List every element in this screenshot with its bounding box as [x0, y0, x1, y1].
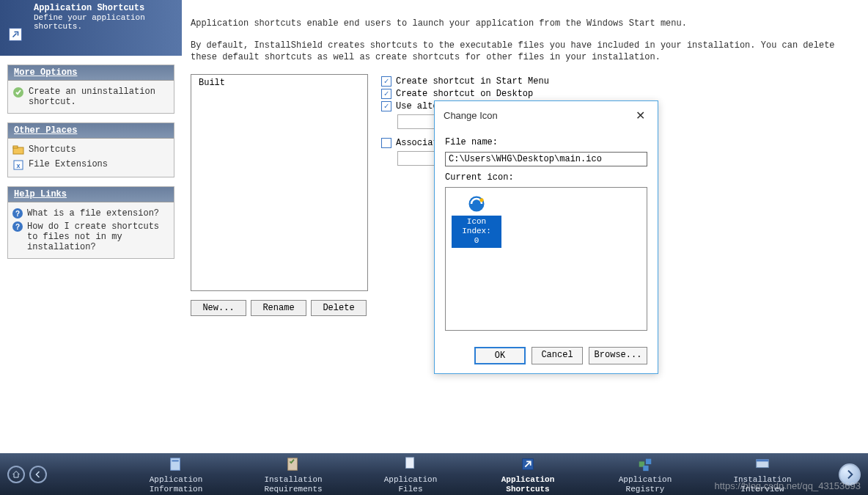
panel-header: Help Links [8, 187, 174, 202]
nav-label: Shortcuts [506, 485, 549, 494]
nav-label: Application [150, 475, 203, 484]
panel-item-label: How do I create shortcuts to files not i… [27, 221, 169, 252]
intro-text-2: By default, InstallShield creates shortc… [191, 40, 853, 63]
nav-app-registry[interactable]: Application Registry [586, 454, 704, 494]
svg-rect-13 [646, 459, 651, 464]
sidebar-title: Application Shortcuts [34, 3, 176, 13]
sidebar-subtitle: Define your application shortcuts. [34, 13, 176, 31]
icon-item-selected[interactable]: Icon Index: 0 [452, 194, 501, 248]
change-icon-dialog: Change Icon ✕ File name: Current icon: I… [434, 100, 658, 374]
delete-button[interactable]: Delete [311, 300, 367, 316]
svg-rect-10 [406, 458, 414, 469]
nav-app-information[interactable]: Application Information [117, 454, 235, 494]
panel-other-places: Other Places Shortcuts x File Extensions [7, 122, 174, 177]
panel-item-label: What is a file extension? [27, 208, 169, 219]
ok-button[interactable]: OK [474, 347, 526, 364]
start-menu-checkbox[interactable]: ✓ [381, 76, 391, 87]
nav-app-shortcuts[interactable]: Application Shortcuts [469, 454, 586, 494]
desktop-checkbox[interactable]: ✓ [381, 89, 391, 99]
alt-icon-checkbox[interactable]: ✓ [381, 101, 391, 111]
nav-label: Requirements [264, 485, 322, 494]
svg-rect-8 [172, 461, 179, 462]
nav-app-files[interactable]: Application Files [352, 454, 469, 494]
associate-checkbox[interactable] [381, 138, 391, 148]
browse-button[interactable]: Browse... [589, 347, 647, 364]
help-icon: ? [12, 208, 23, 219]
shortcut-arrow-icon [9, 28, 22, 41]
panel-item-label: File Extensions [29, 159, 169, 169]
close-icon[interactable]: ✕ [631, 109, 649, 122]
folder-icon [12, 144, 24, 156]
create-uninstall-shortcut-link[interactable]: Create an uninstallation shortcut. [12, 85, 169, 109]
nav-label: Installation [264, 475, 322, 484]
nav-label: Application [384, 475, 438, 484]
watermark: https://blog.csdn.net/qq_43153693 [715, 480, 861, 491]
panel-help-links: Help Links ? What is a file extension? ?… [7, 186, 174, 259]
shortcuts-listbox[interactable]: Built [191, 74, 368, 291]
uninstall-icon [12, 87, 24, 98]
svg-rect-7 [171, 458, 180, 471]
list-item[interactable]: Built [199, 78, 360, 88]
file-name-input[interactable] [445, 152, 647, 166]
shortcuts-link[interactable]: Shortcuts [12, 143, 169, 158]
nav-install-requirements[interactable]: Installation Requirements [235, 454, 352, 494]
requirements-icon [283, 455, 304, 473]
svg-point-6 [479, 198, 483, 202]
interview-icon [752, 455, 773, 473]
icon-index-label: Icon Index: [462, 217, 491, 235]
current-icon-label: Current icon: [445, 172, 647, 183]
home-button[interactable] [7, 466, 25, 483]
left-sidebar: Application Shortcuts Define your applic… [0, 0, 182, 453]
nav-label: Files [398, 485, 422, 494]
panel-header: More Options [8, 65, 174, 81]
panel-item-label: Create an uninstallation shortcut. [29, 87, 169, 107]
shortcuts-icon [518, 455, 538, 473]
checkbox-label: Create shortcut on Desktop [396, 89, 533, 99]
intro-text-1: Application shortcuts enable end users t… [191, 18, 853, 29]
svg-text:x: x [16, 162, 20, 169]
nav-label: Information [150, 485, 203, 494]
svg-rect-9 [288, 458, 298, 471]
panel-header: Other Places [8, 123, 174, 139]
icon-list[interactable]: Icon Index: 0 [445, 187, 647, 331]
file-name-label: File name: [445, 137, 647, 147]
panel-more-options: More Options Create an uninstallation sh… [7, 65, 174, 114]
icon-index-value: 0 [474, 236, 479, 245]
new-button[interactable]: New... [191, 300, 246, 316]
file-extension-icon: x [12, 159, 24, 171]
svg-rect-14 [643, 466, 648, 471]
sidebar-header: Application Shortcuts Define your applic… [0, 0, 182, 56]
ie-swirl-icon [466, 194, 487, 214]
app-info-icon [166, 455, 186, 473]
help-icon: ? [12, 221, 23, 232]
dialog-title: Change Icon [444, 110, 498, 121]
nav-label: Registry [626, 485, 665, 494]
rename-button[interactable]: Rename [251, 300, 306, 316]
registry-icon [635, 455, 655, 473]
checkbox-label: Create shortcut in Start Menu [396, 76, 549, 87]
svg-rect-2 [13, 146, 18, 148]
nav-label: Application [619, 475, 672, 484]
help-create-shortcut-link[interactable]: ? How do I create shortcuts to files not… [12, 220, 169, 254]
help-file-extension-link[interactable]: ? What is a file extension? [12, 207, 169, 220]
svg-rect-16 [757, 460, 769, 462]
files-icon [400, 455, 421, 473]
back-button[interactable] [29, 466, 47, 483]
cancel-button[interactable]: Cancel [532, 347, 583, 364]
panel-item-label: Shortcuts [29, 144, 169, 155]
nav-label: Application [501, 475, 555, 484]
file-extensions-link[interactable]: x File Extensions [12, 158, 169, 172]
